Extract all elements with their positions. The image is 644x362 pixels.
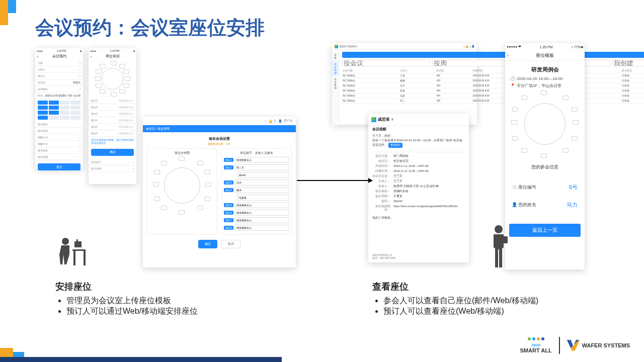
table-row[interactable]: 部门周例会杨杨4032020-04-26 9:002020-04-26 9:30… <box>342 78 644 83</box>
form-row[interactable]: 主持人› <box>35 66 83 73</box>
form-row[interactable]: 会议室智慧湾 <box>35 79 83 86</box>
svg-point-6 <box>495 225 503 233</box>
attendee-person-icon <box>486 224 512 268</box>
svg-rect-1 <box>84 249 86 265</box>
bell-icon[interactable]: 🔔 <box>269 119 272 123</box>
time-slot-grid[interactable] <box>35 99 83 121</box>
mobile-booking-mock: ●●●●1:20 PM■ ‹会议预约 主题›主持人›参会人›会议室智慧湾会议模式… <box>35 48 83 169</box>
seat-assign-row[interactable]: 座位3 <box>224 179 289 186</box>
email-mock: 威思客® 会议提醒 王三天，您好：您有一个会议将于2020-04-24 10:0… <box>368 114 469 262</box>
bluetooth-icon: ᚼ <box>571 45 573 49</box>
svg-rect-7 <box>503 236 508 243</box>
seat-icon: ◻ <box>512 185 517 189</box>
table-row[interactable]: 部门周例会张三4052020-04-26 9:002020-04-26 9:30… <box>342 99 644 104</box>
meeting-table[interactable]: 会议主题主持人会议室开始时间结束时间参会状态会议状态最后操作部门周例会王美402… <box>342 68 644 104</box>
seat-row[interactable]: 座位6请选择参会人 <box>89 130 136 137</box>
person-icon: 👤 <box>512 202 517 207</box>
seat-assign-row[interactable]: 座位2 <box>224 164 289 170</box>
back-icon[interactable]: ‹ <box>91 55 92 58</box>
seat-assign-row[interactable]: 座位1 <box>224 157 289 163</box>
section-row[interactable]: 循环设置› <box>35 154 83 160</box>
form-row[interactable]: 参会人› <box>35 73 83 79</box>
left-caption: 安排座位 管理员为会议室上传座位模板预订人可以通过Web/移动端安排座位 <box>55 281 317 317</box>
seat-map[interactable] <box>96 62 129 96</box>
seat-assign-row[interactable]: 座位6 <box>224 210 289 216</box>
filter-input[interactable] <box>612 60 644 66</box>
detail-row: 会议视频链接：https://free.modao.cc/app/design/… <box>372 205 465 212</box>
seat-assign-row[interactable]: 座位7 <box>224 217 289 223</box>
sidebar[interactable]: 首页 会议管理 会议查询 <box>332 50 339 125</box>
admin-person-icon <box>56 230 87 270</box>
form-row[interactable]: 主题› <box>35 60 83 66</box>
seat-map <box>512 92 578 157</box>
mobile-seat-mock: ●●●●1:20 PM■ ‹座位安排 座位1请选择参会人座位2请选择参会人座位3… <box>89 48 136 184</box>
wafer-logo: WAFER SYSTEMS <box>567 340 630 351</box>
search-icon[interactable]: ⌕ <box>265 119 267 122</box>
print-icon[interactable]: ⎙ <box>274 119 276 122</box>
view-seat-chip[interactable]: 查看座位 <box>388 143 403 148</box>
back-icon[interactable]: ‹ <box>507 53 509 58</box>
detail-row: 会议主题：部门周例会 <box>372 154 465 158</box>
seat-row[interactable]: 座位4请选择参会人 <box>89 117 136 124</box>
form-row[interactable]: 会议模式› <box>35 86 83 93</box>
submit-button[interactable]: 提交 <box>38 163 80 170</box>
mobile-view-mock: ●●●●● ❤1:20 PMᚼ 77%■ ‹座位模板 研发周例会 🕐2020-0… <box>505 43 585 269</box>
svg-rect-4 <box>76 239 78 242</box>
seat-row[interactable]: 座位5请选择参会人 <box>89 124 136 130</box>
ok-button[interactable]: 确定 <box>198 240 217 248</box>
back-icon[interactable]: ‹ <box>37 55 38 58</box>
detail-row: 参会人：陈慧明 刘丽丽 王歌 白云远 赵红梅 <box>372 185 465 188</box>
smart-all-logo: 2020 SMART ALL <box>520 337 552 353</box>
section-row[interactable]: 座位安排› <box>35 121 83 128</box>
seat-row[interactable]: 座位3请选择参会人 <box>89 111 136 117</box>
table-row[interactable]: 部门周例会马力4032020-04-26 9:002020-04-26 9:30… <box>342 83 644 88</box>
flow-arrow <box>297 180 372 181</box>
section-row[interactable]: 座位签到› <box>35 128 83 134</box>
user-icon[interactable]: 👤 <box>278 119 282 123</box>
detail-row: 会议周期：不重复 <box>372 195 465 198</box>
section-row[interactable]: 移动设备› <box>35 147 83 154</box>
svg-point-5 <box>62 238 69 245</box>
right-caption: 查看座位 参会人可以查看自己座位(邮件/Web/移动端)预订人可以查看座位(We… <box>372 281 634 317</box>
seat-assign-row[interactable] <box>224 195 289 201</box>
table-row[interactable]: 部门周例会任盈4042020-04-26 9:002020-04-26 9:30… <box>342 94 644 99</box>
detail-row: 会议室：长安会议室 <box>372 159 465 163</box>
detail-row: 主持人：王三天 <box>372 179 465 183</box>
detail-row: 会议签到：准确时参会 <box>372 190 465 193</box>
breadcrumb: 会议室 / 座位管理 <box>143 125 296 132</box>
status-bar: ●●●●1:20 PM■ <box>35 48 83 53</box>
web-list-mock: 威思客 智能预约⌕ 🔔 ⎙ 👤 首页 会议管理 会议查询 会议主题主持人会议室开… <box>332 43 477 125</box>
section-row[interactable]: 提醒方式› <box>35 141 83 147</box>
footer-logos: 2020 SMART ALL WAFER SYSTEMS <box>520 337 630 354</box>
toolbar[interactable] <box>342 52 644 58</box>
cancel-button[interactable]: 取消 <box>221 240 240 248</box>
filter-input[interactable] <box>342 60 430 66</box>
seat-assign-row[interactable]: 座位4 <box>224 187 289 193</box>
confirm-button[interactable]: 确定 <box>91 149 134 156</box>
seat-assign-row[interactable] <box>224 172 289 178</box>
detail-row: 会议发起者：王三天 <box>372 174 465 178</box>
table-row[interactable]: 部门周例会王美4022020-04-26 9:002020-04-26 9:30… <box>342 73 644 78</box>
clock-icon: 🕐 <box>510 76 515 81</box>
web-admin-mock: ⌕🔔⎙👤用户名 会议室 / 座位管理 修改会场设置 模板图 座位数：12个 座位… <box>143 117 296 267</box>
seat-assign-row[interactable]: 座位8 <box>224 225 289 231</box>
seat-assign-row[interactable]: 座位5 <box>224 202 289 208</box>
footer-decoration <box>0 357 282 362</box>
seat-row[interactable]: 座位2请选择参会人 <box>89 104 136 111</box>
mobile-nav: ‹会议预约 <box>35 53 83 60</box>
table-row[interactable]: 部门周例会陈真4042020-04-26 9:002020-04-26 9:30… <box>342 88 644 94</box>
back-page-button[interactable]: 返回上一页 <box>509 224 581 237</box>
slide-title: 会议预约：会议室座位安排 <box>35 15 265 41</box>
svg-rect-2 <box>73 249 75 265</box>
svg-rect-3 <box>74 241 82 247</box>
detail-row: 结束时间：2018-11-11 11:00（GMT+8) <box>372 169 465 173</box>
location-icon: 📍 <box>510 83 515 88</box>
detail-row: 密码：352647 <box>372 200 465 203</box>
section-row[interactable]: 提醒方式› <box>35 134 83 141</box>
seat-row[interactable]: 座位1请选择参会人 <box>89 98 136 104</box>
detail-row: 开始时间：2018-11-11 10:00（GMT+8) <box>372 164 465 168</box>
